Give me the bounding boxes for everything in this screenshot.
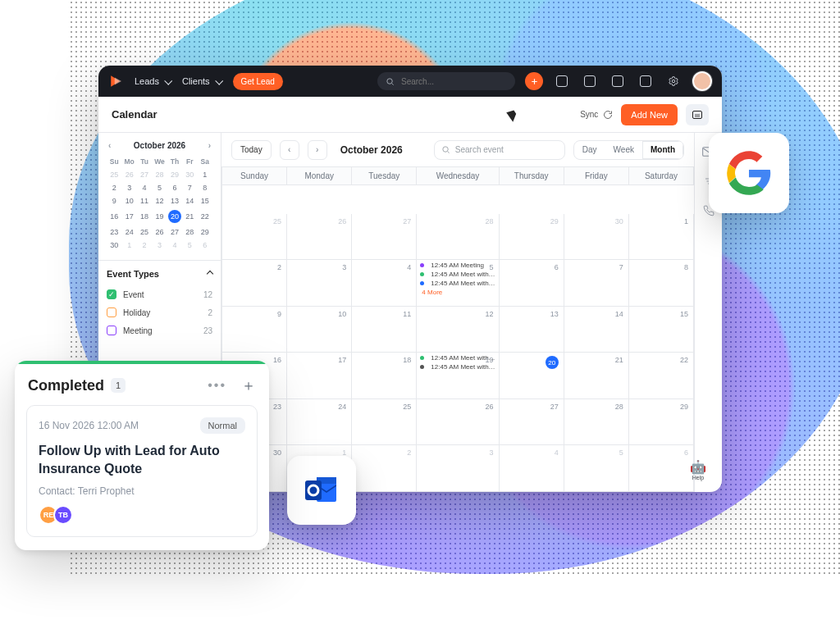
mini-day[interactable]: 2 (137, 239, 152, 252)
mini-day[interactable]: 25 (137, 225, 152, 239)
calendar-event[interactable]: 12:45 AM Meet with… (420, 354, 495, 362)
day-cell[interactable]: 27 (500, 399, 564, 446)
day-cell[interactable]: 18 (352, 353, 417, 399)
mini-day[interactable]: 13 (167, 194, 182, 207)
month-grid[interactable]: SundayMondayTuesdayWednesdayThursdayFrid… (221, 167, 694, 492)
prev-period[interactable]: ‹ (280, 140, 299, 160)
mini-day[interactable]: 18 (137, 207, 152, 225)
day-cell[interactable]: 6 (500, 260, 564, 307)
calendar-event[interactable]: 12:45 AM Meet with… (420, 363, 495, 371)
event-search[interactable]: Search event (434, 140, 565, 160)
day-cell[interactable]: 27 (352, 214, 417, 261)
day-cell[interactable]: 22 (629, 353, 694, 399)
day-cell[interactable]: 1 (629, 214, 694, 261)
day-cell[interactable]: 24 (287, 399, 352, 446)
day-cell[interactable]: 26 (287, 214, 352, 261)
mini-day[interactable]: 27 (137, 168, 152, 181)
mini-prev[interactable]: ‹ (108, 141, 111, 150)
mini-day[interactable]: 27 (167, 225, 182, 239)
day-cell[interactable]: 4 (352, 260, 417, 307)
mini-day[interactable]: 30 (107, 239, 121, 252)
day-cell[interactable]: 14 (564, 307, 629, 353)
mini-day[interactable]: 28 (182, 225, 197, 239)
mini-day[interactable]: 3 (121, 181, 136, 194)
search-input[interactable] (399, 76, 507, 87)
day-cell[interactable]: 25 (352, 399, 417, 446)
global-search[interactable] (377, 72, 515, 90)
day-cell[interactable]: 8 (629, 260, 694, 307)
view-week[interactable]: Week (605, 141, 642, 159)
day-cell[interactable]: 2 (222, 260, 287, 307)
mini-day[interactable]: 29 (198, 225, 212, 239)
day-cell[interactable]: 28 (564, 399, 629, 446)
inbox-icon[interactable] (553, 72, 571, 90)
mini-day[interactable]: 7 (182, 181, 197, 194)
day-cell[interactable]: 7 (564, 260, 629, 307)
task-item[interactable]: 16 Nov 2026 12:00 AM Normal Follow Up wi… (26, 405, 258, 537)
day-cell[interactable]: 29 (500, 214, 564, 261)
day-cell[interactable]: 29 (629, 399, 694, 446)
mini-day[interactable]: 4 (167, 239, 182, 252)
mini-day[interactable]: 8 (198, 181, 212, 194)
today-button[interactable]: Today (231, 140, 272, 160)
mini-day[interactable]: 16 (107, 207, 121, 225)
mini-day[interactable]: 2 (107, 181, 121, 194)
day-cell[interactable]: 11 (352, 307, 417, 353)
mini-day[interactable]: 14 (182, 194, 197, 207)
more-events[interactable]: 4 More (422, 289, 493, 296)
day-cell[interactable]: 13 (500, 307, 564, 353)
mini-day[interactable]: 24 (121, 225, 136, 239)
event-types-header[interactable]: Event Types (107, 269, 212, 279)
nav-leads[interactable]: Leads (135, 76, 171, 86)
mini-day[interactable]: 22 (198, 207, 212, 225)
announcements-icon[interactable] (581, 72, 599, 90)
mini-day[interactable]: 17 (121, 207, 136, 225)
day-cell[interactable]: 10 (287, 307, 352, 353)
user-avatar[interactable] (692, 71, 712, 91)
day-cell[interactable]: 12 (417, 307, 499, 353)
day-cell[interactable]: 21 (564, 353, 629, 399)
mini-day[interactable]: 20 (167, 207, 182, 225)
mini-day[interactable]: 25 (107, 168, 121, 181)
card-add-icon[interactable]: ＋ (241, 376, 256, 395)
analytics-icon[interactable] (686, 104, 709, 125)
mini-day[interactable]: 6 (198, 239, 212, 252)
mini-day[interactable]: 21 (182, 207, 197, 225)
mini-day[interactable]: 9 (107, 194, 121, 207)
day-cell[interactable]: 9 (222, 307, 287, 353)
day-cell[interactable]: 25 (222, 214, 287, 261)
card-menu-icon[interactable]: ••• (208, 378, 226, 393)
create-button[interactable] (525, 72, 543, 90)
day-cell[interactable]: 4 (500, 445, 564, 492)
mini-day[interactable]: 23 (107, 225, 121, 239)
event-type-row[interactable]: Meeting23 (107, 321, 212, 339)
next-period[interactable]: › (308, 140, 327, 160)
get-lead-button[interactable]: Get Lead (233, 73, 283, 90)
mini-day[interactable]: 26 (152, 225, 167, 239)
day-cell[interactable]: 17 (287, 353, 352, 399)
mini-day[interactable]: 11 (137, 194, 152, 207)
view-day[interactable]: Day (574, 141, 605, 159)
mini-day[interactable]: 3 (152, 239, 167, 252)
mini-day[interactable]: 26 (121, 168, 136, 181)
day-cell[interactable]: 512:45 AM Meeting12:45 AM Meet with…12:4… (417, 260, 499, 307)
mini-day[interactable]: 1 (121, 239, 136, 252)
mini-day[interactable]: 6 (167, 181, 182, 194)
mini-day[interactable]: 30 (182, 168, 197, 181)
mini-day[interactable]: 12 (152, 194, 167, 207)
sync-button[interactable]: Sync (580, 110, 613, 120)
mini-day[interactable]: 29 (167, 168, 182, 181)
mini-next[interactable]: › (208, 141, 211, 150)
mini-day[interactable]: 15 (198, 194, 212, 207)
mini-day[interactable]: 10 (121, 194, 136, 207)
day-cell[interactable]: 26 (417, 399, 499, 446)
day-cell[interactable]: 28 (417, 214, 499, 261)
calendar-event[interactable]: 12:45 AM Meet with… (420, 280, 495, 287)
nav-clients[interactable]: Clients (182, 76, 221, 86)
present-icon[interactable] (637, 72, 655, 90)
apps-icon[interactable] (609, 72, 627, 90)
mini-day[interactable]: 19 (152, 207, 167, 225)
day-cell[interactable]: 1912:45 AM Meet with…12:45 AM Meet with… (417, 353, 499, 399)
mini-day[interactable]: 1 (198, 168, 212, 181)
calendar-event[interactable]: 12:45 AM Meeting (420, 262, 495, 269)
